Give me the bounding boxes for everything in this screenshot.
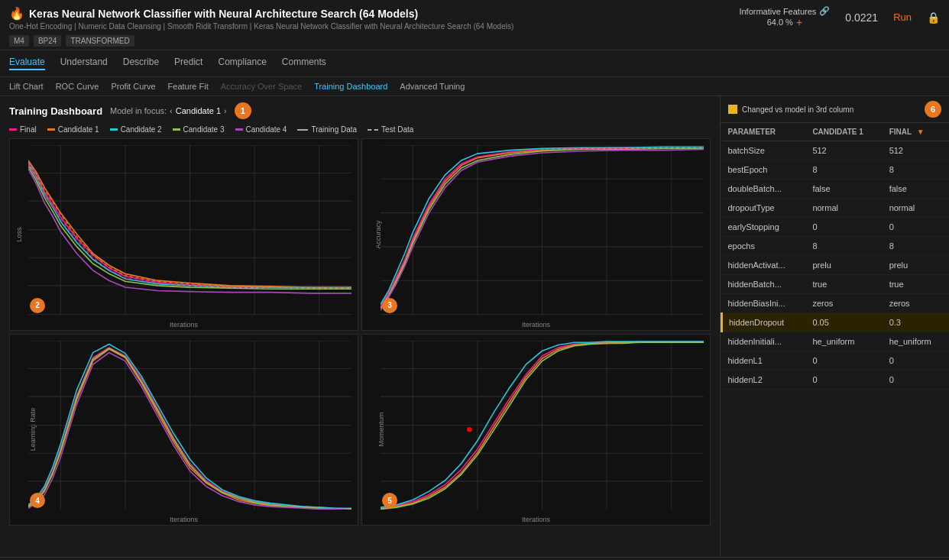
charts-grid: Loss Iterations — [9, 138, 711, 526]
breadcrumb: One-Hot Encoding | Numeric Data Cleansin… — [9, 22, 513, 31]
score-value: 0.0221 — [845, 11, 878, 24]
params-table: PARAMETER CANDIDATE 1 FINAL ▼ batchSize … — [721, 123, 949, 390]
final-value: prelu — [883, 256, 949, 275]
changed-indicator — [728, 105, 737, 114]
table-row: hiddenDropout 0.05 0.3 — [722, 313, 950, 332]
table-row: hiddenL2 0 0 — [722, 371, 950, 390]
candidate1-value: 512 — [806, 141, 883, 160]
table-row: batchSize 512 512 — [722, 141, 950, 160]
step-4-badge: 4 — [30, 493, 45, 508]
subtab-feature-fit[interactable]: Feature Fit — [168, 82, 209, 91]
param-name: batchSize — [722, 141, 807, 160]
final-value: false — [883, 180, 949, 199]
param-name: hiddenDropout — [722, 313, 807, 332]
param-name: dropoutType — [722, 199, 807, 218]
legend-candidate4: Candidate 4 — [235, 125, 287, 134]
legend: Final Candidate 1 Candidate 2 Candidate … — [9, 125, 711, 134]
final-value: 0.3 — [883, 313, 949, 332]
subtab-advanced-tuning[interactable]: Advanced Tuning — [400, 82, 465, 91]
subtab-roc-curve[interactable]: ROC Curve — [56, 82, 99, 91]
legend-final: Final — [9, 125, 37, 134]
content-area: Training Dashboard Model in focus: ‹ Can… — [0, 96, 949, 557]
learning-rate-chart: Learning Rate Iterations — [9, 334, 358, 526]
step-6-badge: 6 — [925, 101, 941, 118]
candidate1-value: 8 — [806, 160, 883, 180]
candidate1-value: 0 — [806, 218, 883, 237]
param-name: hiddenL1 — [722, 351, 807, 371]
param-name: hiddenActivat... — [722, 256, 807, 275]
legend-test-data: Test Data — [368, 125, 413, 134]
param-name: hiddenL2 — [722, 371, 807, 390]
page-title: 🔥 Keras Neural Network Classifier with N… — [9, 6, 513, 21]
final-col-header[interactable]: FINAL ▼ — [883, 123, 949, 141]
table-row: doubleBatch... false false — [722, 180, 950, 199]
candidate1-col-header: CANDIDATE 1 — [806, 123, 883, 141]
param-name: hiddenBatch... — [722, 275, 807, 294]
candidate1-value: 0.05 — [806, 313, 883, 332]
bottom-bar: Models to show: 5 selected ▾ ⓘ ← 7 → ⚙ M… — [0, 557, 949, 560]
loss-chart: Loss Iterations — [9, 138, 358, 331]
subtab-training-dashboard[interactable]: Training Dashboard — [314, 82, 387, 91]
table-row: hiddenInitiali... he_uniform he_uniform — [722, 332, 950, 351]
param-name: hiddenInitiali... — [722, 332, 807, 351]
run-button[interactable]: Run — [893, 11, 912, 23]
next-model-arrow[interactable]: › — [224, 106, 227, 115]
final-value: true — [883, 275, 949, 294]
legend-candidate2: Candidate 2 — [110, 125, 162, 134]
candidate1-value: 0 — [806, 351, 883, 371]
final-value: zeros — [883, 294, 949, 313]
final-value: 512 — [883, 141, 949, 160]
tab-compliance[interactable]: Compliance — [218, 57, 266, 70]
momentum-x-label: Iterations — [522, 516, 550, 523]
training-dashboard-title: Training Dashboard — [9, 105, 102, 117]
final-value: 0 — [883, 371, 949, 390]
prev-model-arrow[interactable]: ‹ — [170, 106, 173, 115]
table-row: earlyStopping 0 0 — [722, 218, 950, 237]
tags-bar: M4 BP24 TRANSFORMED — [9, 35, 940, 47]
final-value: 0 — [883, 351, 949, 371]
subtab-accuracy-over-space: Accuracy Over Space — [221, 82, 302, 91]
tab-evaluate[interactable]: Evaluate — [9, 57, 45, 70]
param-name: bestEpoch — [722, 160, 807, 180]
candidate1-value: zeros — [806, 294, 883, 313]
svg-point-93 — [467, 426, 471, 432]
tag-bp24: BP24 — [34, 35, 61, 47]
tab-comments[interactable]: Comments — [282, 57, 326, 70]
loss-x-label: Iterations — [170, 321, 198, 329]
final-value: he_uniform — [883, 332, 949, 351]
tab-predict[interactable]: Predict — [174, 57, 202, 70]
candidate1-value: he_uniform — [806, 332, 883, 351]
informative-features: Informative Features 🔗 64.0 % + — [739, 6, 830, 28]
candidate1-value: normal — [806, 199, 883, 218]
model-in-focus-label: Model in focus: ‹ Candidate 1 › — [110, 106, 227, 115]
charts-panel: Training Dashboard Model in focus: ‹ Can… — [0, 96, 720, 557]
lr-x-label: Iterations — [170, 516, 198, 523]
tag-m4: M4 — [9, 35, 29, 47]
candidate1-value: 0 — [806, 371, 883, 390]
changed-legend: Changed vs model in 3rd column — [728, 105, 853, 114]
subtab-profit-curve[interactable]: Profit Curve — [111, 82, 155, 91]
loss-y-label: Loss — [15, 227, 23, 241]
candidate1-value: prelu — [806, 256, 883, 275]
accuracy-chart: Accuracy Iterations — [361, 138, 711, 331]
tag-transformed: TRANSFORMED — [66, 35, 134, 47]
table-row: hiddenL1 0 0 — [722, 351, 950, 371]
accuracy-x-label: Iterations — [522, 321, 550, 329]
subtab-lift-chart[interactable]: Lift Chart — [9, 82, 44, 91]
add-icon[interactable]: + — [796, 16, 802, 28]
step-2-badge: 2 — [30, 298, 45, 313]
network-icon: 🔗 — [819, 6, 830, 16]
step-5-badge: 5 — [382, 493, 397, 508]
lock-icon: 🔒 — [927, 11, 940, 24]
header: 🔥 Keras Neural Network Classifier with N… — [0, 0, 949, 50]
legend-candidate1: Candidate 1 — [47, 125, 99, 134]
tab-understand[interactable]: Understand — [60, 57, 108, 70]
param-name: earlyStopping — [722, 218, 807, 237]
params-panel: Changed vs model in 3rd column 6 PARAMET… — [720, 96, 949, 557]
candidate1-value: 8 — [806, 237, 883, 256]
tab-describe[interactable]: Describe — [123, 57, 159, 70]
final-value: 8 — [883, 237, 949, 256]
nav-tabs: Evaluate Understand Describe Predict Com… — [0, 50, 949, 77]
legend-candidate3: Candidate 3 — [173, 125, 225, 134]
table-row: epochs 8 8 — [722, 237, 950, 256]
